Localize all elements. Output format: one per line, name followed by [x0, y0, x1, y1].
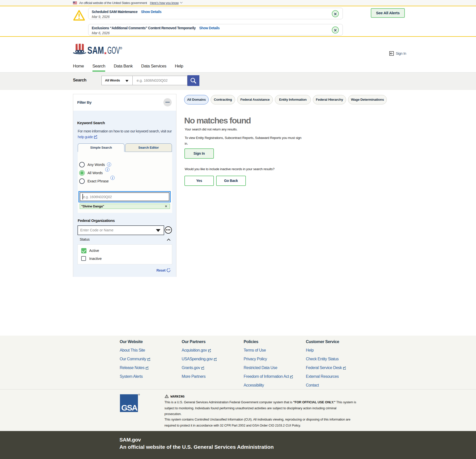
- svg-text:SAM: SAM: [87, 44, 104, 56]
- svg-text:R: R: [120, 47, 122, 49]
- svg-text:GOV: GOV: [107, 44, 120, 56]
